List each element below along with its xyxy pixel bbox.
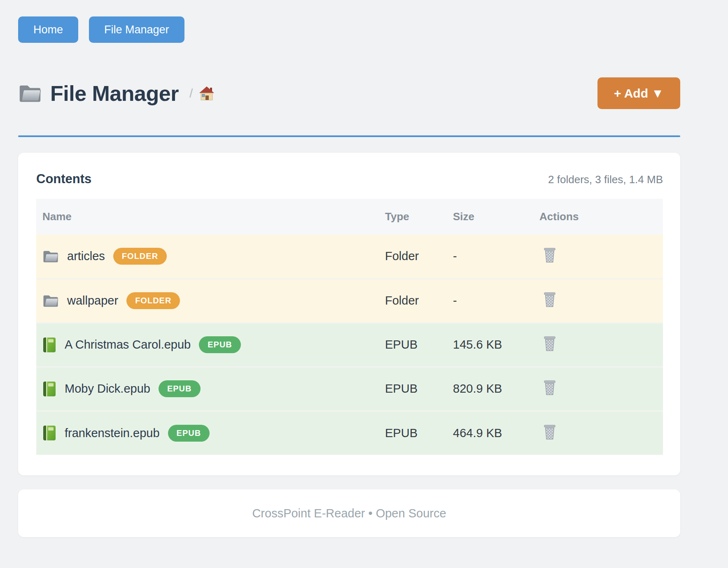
type-badge: FOLDER — [113, 248, 167, 265]
top-nav: Home File Manager — [18, 16, 680, 43]
trash-icon — [543, 335, 557, 352]
column-header-type: Type — [379, 199, 447, 235]
file-name: wallpaper — [67, 294, 118, 307]
footer: CrossPoint E-Reader • Open Source — [18, 489, 680, 537]
type-badge: EPUB — [159, 380, 201, 397]
page-header: File Manager / + Add ▼ — [18, 77, 680, 109]
delete-button[interactable] — [543, 379, 557, 396]
delete-button[interactable] — [543, 424, 557, 440]
file-type: Folder — [379, 235, 447, 279]
file-manager-page: Home File Manager File Manager / + Add ▼… — [0, 0, 680, 537]
file-size: - — [447, 279, 533, 323]
delete-button[interactable] — [543, 291, 557, 307]
folder-icon — [42, 249, 59, 264]
file-type: Folder — [379, 279, 447, 323]
table-header-row: Name Type Size Actions — [36, 199, 663, 235]
file-type: EPUB — [379, 323, 447, 367]
footer-text: CrossPoint E-Reader • Open Source — [252, 507, 446, 520]
trash-icon — [543, 291, 557, 307]
trash-icon — [543, 247, 557, 263]
column-header-name: Name — [36, 199, 379, 235]
contents-card: Contents 2 folders, 3 files, 1.4 MB Name… — [18, 153, 680, 475]
table-row[interactable]: A Christmas Carol.epub EPUB EPUB 145.6 K… — [36, 323, 663, 367]
file-name: articles — [67, 249, 105, 263]
type-badge: EPUB — [168, 425, 210, 442]
folder-icon — [18, 84, 42, 103]
file-table-body: articles FOLDER Folder - — [36, 235, 663, 455]
file-type: EPUB — [379, 367, 447, 411]
file-type: EPUB — [379, 411, 447, 455]
table-row[interactable]: frankenstein.epub EPUB EPUB 464.9 KB — [36, 411, 663, 455]
file-manager-button[interactable]: File Manager — [89, 16, 184, 43]
book-icon — [42, 381, 56, 397]
table-row[interactable]: wallpaper FOLDER Folder - — [36, 279, 663, 323]
column-header-actions: Actions — [533, 199, 663, 235]
column-header-size: Size — [447, 199, 533, 235]
header-divider — [18, 135, 680, 137]
file-name: Moby Dick.epub — [65, 382, 150, 396]
table-row[interactable]: articles FOLDER Folder - — [36, 235, 663, 279]
page-title: File Manager — [50, 81, 179, 106]
trash-icon — [543, 424, 557, 440]
delete-button[interactable] — [543, 247, 557, 263]
contents-summary: 2 folders, 3 files, 1.4 MB — [548, 173, 663, 186]
type-badge: EPUB — [199, 336, 241, 353]
file-size: 820.9 KB — [447, 367, 533, 411]
home-button[interactable]: Home — [18, 16, 78, 43]
type-badge: FOLDER — [126, 292, 180, 309]
file-size: 464.9 KB — [447, 411, 533, 455]
file-size: - — [447, 235, 533, 279]
delete-button[interactable] — [543, 335, 557, 352]
folder-icon — [42, 293, 59, 308]
trash-icon — [543, 379, 557, 396]
file-name: A Christmas Carol.epub — [65, 338, 191, 352]
book-icon — [42, 337, 56, 353]
book-icon — [42, 425, 56, 441]
file-size: 145.6 KB — [447, 323, 533, 367]
home-breadcrumb-icon[interactable] — [198, 86, 215, 101]
file-table: Name Type Size Actions — [36, 199, 663, 455]
file-name: frankenstein.epub — [65, 426, 160, 440]
contents-heading: Contents — [36, 172, 91, 186]
table-row[interactable]: Moby Dick.epub EPUB EPUB 820.9 KB — [36, 367, 663, 411]
breadcrumb-separator: / — [189, 86, 193, 100]
add-button[interactable]: + Add ▼ — [597, 77, 680, 109]
